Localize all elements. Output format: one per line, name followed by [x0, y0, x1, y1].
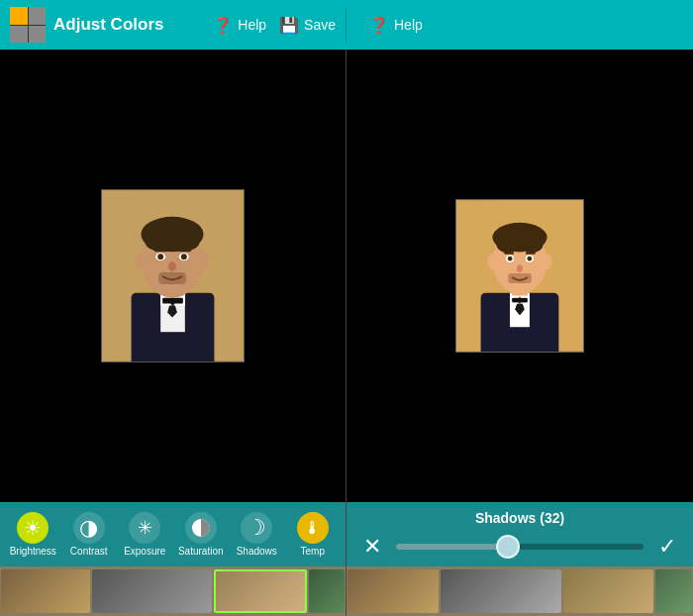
svg-rect-6 [162, 298, 183, 304]
saturation-label: Saturation [178, 546, 224, 557]
thumbnail-strip-right [346, 566, 693, 616]
svg-point-44 [543, 254, 552, 269]
svg-point-33 [496, 236, 520, 254]
exposure-icon: ✳ [129, 512, 160, 544]
help-right-icon: ❓ [368, 14, 390, 36]
temperature-label: Temp [301, 546, 325, 557]
shadow-title: Shadows (32) [358, 510, 681, 526]
brightness-icon: ☀ [17, 512, 49, 544]
left-image-area [0, 50, 346, 502]
main-content: ☀ Brightness ◑ Contrast ✳ Exposure [0, 50, 693, 616]
bottom-tools-right: Shadows (32) ✕ ✓ ← ⌂ ❐ [346, 502, 693, 616]
brightness-label: Brightness [10, 546, 56, 557]
thumb-right-1[interactable] [347, 569, 439, 613]
help-button[interactable]: ❓ Help [212, 14, 266, 36]
svg-rect-39 [504, 252, 514, 254]
tool-exposure[interactable]: ✳ Exposure [117, 502, 173, 566]
svg-point-10 [145, 232, 172, 252]
svg-rect-29 [512, 298, 528, 303]
contrast-label: Contrast [70, 546, 108, 557]
thumb-1[interactable] [1, 569, 90, 613]
slider-track[interactable] [396, 544, 644, 550]
header: Adjust Colors ❓ Help 💾 Save ❓ Help [0, 0, 693, 50]
help-icon: ❓ [212, 14, 234, 36]
contrast-icon: ◑ [73, 512, 105, 544]
svg-point-41 [517, 264, 523, 272]
svg-point-43 [488, 254, 498, 269]
temperature-icon: 🌡 [297, 512, 329, 544]
shadows-icon: ☽ [241, 512, 272, 544]
tools-icons-row: ☀ Brightness ◑ Contrast ✳ Exposure [0, 502, 346, 566]
thumb-4[interactable] [309, 569, 345, 613]
app-icon [10, 7, 46, 43]
tool-contrast[interactable]: ◑ Contrast [61, 502, 118, 566]
slider-thumb[interactable] [496, 535, 520, 559]
svg-point-11 [172, 232, 200, 252]
tool-saturation[interactable]: Saturation [173, 502, 230, 566]
svg-point-14 [157, 254, 163, 259]
svg-point-21 [198, 252, 210, 269]
svg-point-15 [181, 254, 187, 259]
slider-fill [396, 544, 508, 550]
header-left: Adjust Colors ❓ Help 💾 Save [0, 7, 346, 43]
svg-rect-16 [154, 249, 166, 252]
save-button[interactable]: 💾 Save [278, 14, 336, 36]
app-title: Adjust Colors [53, 15, 200, 35]
svg-rect-40 [526, 252, 536, 254]
exposure-label: Exposure [124, 546, 165, 557]
saturation-icon [185, 512, 217, 544]
right-image-area [346, 50, 693, 502]
shadows-label: Shadows [237, 546, 277, 557]
help-right-button[interactable]: ❓ Help [368, 14, 423, 36]
shadow-slider-row: ✕ ✓ [358, 534, 681, 560]
header-right: ❓ Help [346, 14, 693, 36]
svg-rect-42 [508, 273, 532, 283]
tool-brightness[interactable]: ☀ Brightness [5, 502, 61, 566]
thumbnail-strip-left [0, 566, 346, 616]
svg-point-37 [508, 257, 513, 261]
svg-point-20 [136, 252, 148, 269]
adjusted-photo [455, 199, 584, 353]
svg-point-18 [168, 261, 176, 271]
svg-point-34 [520, 236, 544, 254]
left-panel: ☀ Brightness ◑ Contrast ✳ Exposure [0, 50, 346, 616]
save-icon: 💾 [278, 14, 300, 36]
original-photo [101, 189, 245, 362]
bottom-tools-left: ☀ Brightness ◑ Contrast ✳ Exposure [0, 502, 346, 616]
svg-point-38 [527, 257, 532, 261]
tool-temperature[interactable]: 🌡 Temp [285, 502, 342, 566]
right-panel: Shadows (32) ✕ ✓ ← ⌂ ❐ [346, 50, 693, 616]
thumb-3[interactable] [214, 569, 307, 613]
check-button[interactable]: ✓ [653, 534, 681, 560]
svg-rect-19 [158, 272, 186, 284]
thumb-2[interactable] [92, 569, 211, 613]
tool-shadows[interactable]: ☽ Shadows [229, 502, 285, 566]
shadow-control: Shadows (32) ✕ ✓ [346, 502, 693, 566]
svg-rect-17 [179, 249, 191, 252]
thumb-right-2[interactable] [441, 569, 561, 613]
thumb-right-4[interactable] [655, 569, 692, 613]
thumb-right-3[interactable] [563, 569, 654, 613]
close-button[interactable]: ✕ [358, 534, 386, 560]
